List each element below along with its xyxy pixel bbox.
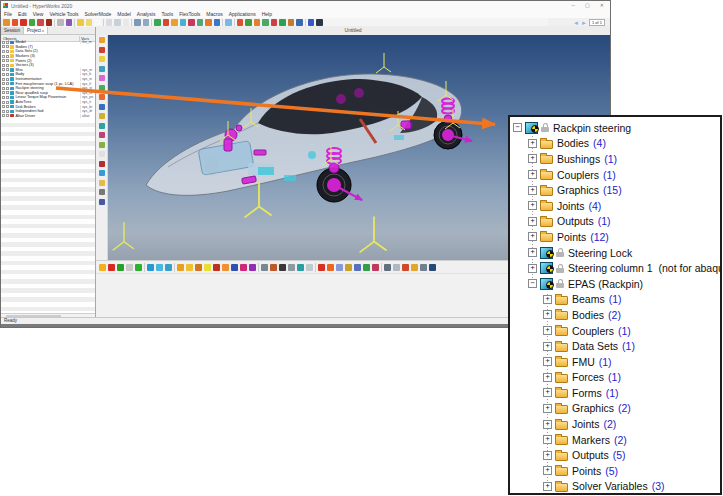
- toolbar-icon[interactable]: [258, 263, 259, 272]
- expand-icon[interactable]: [2, 96, 5, 99]
- browser-row[interactable]: Model the_m: [1, 40, 95, 45]
- toolbar-icon[interactable]: [336, 264, 343, 271]
- tab-project[interactable]: Project x: [24, 27, 48, 34]
- menu-item[interactable]: Analysis: [137, 11, 156, 17]
- checkbox[interactable]: [6, 59, 9, 62]
- expand-icon[interactable]: [2, 50, 5, 53]
- toolbar-icon[interactable]: [354, 264, 361, 271]
- toolbar-icon[interactable]: [99, 151, 105, 157]
- expand-toggle-icon[interactable]: +: [543, 420, 552, 429]
- toolbar-icon[interactable]: [57, 19, 64, 26]
- page-next-icon[interactable]: ►: [581, 20, 587, 26]
- expand-toggle-icon[interactable]: +: [543, 342, 552, 351]
- toolbar-icon[interactable]: [384, 264, 391, 271]
- close-icon[interactable]: ✕: [600, 2, 604, 8]
- toolbar-icon[interactable]: [363, 264, 370, 271]
- toolbar-icon[interactable]: [327, 264, 334, 271]
- toolbar-icon[interactable]: [99, 94, 105, 100]
- toolbar-icon[interactable]: [99, 47, 105, 53]
- expand-icon[interactable]: [2, 87, 5, 90]
- toolbar-icon[interactable]: [123, 19, 130, 26]
- browser-row[interactable]: Rear quadlink susp sys_re: [1, 91, 95, 96]
- expand-toggle-icon[interactable]: +: [528, 139, 537, 148]
- toolbar-icon[interactable]: [254, 19, 261, 26]
- toolbar-icon[interactable]: [46, 19, 53, 26]
- browser-row[interactable]: Disk Brakes sys_br: [1, 104, 95, 109]
- expand-toggle-icon[interactable]: +: [528, 201, 537, 210]
- toolbar-icon[interactable]: [94, 19, 101, 26]
- expand-toggle-icon[interactable]: +: [543, 326, 552, 335]
- toolbar-icon[interactable]: [99, 123, 105, 129]
- tree-row[interactable]: + Points (12): [510, 229, 720, 245]
- tree-row[interactable]: + Graphics (15): [510, 182, 720, 198]
- menu-item[interactable]: Tools: [161, 11, 173, 17]
- menu-item[interactable]: Help: [262, 11, 272, 17]
- expand-icon[interactable]: [2, 101, 5, 104]
- toolbar-icon[interactable]: [195, 264, 202, 271]
- tree-row[interactable]: + Data Sets (1): [510, 338, 720, 354]
- expand-toggle-icon[interactable]: +: [543, 482, 552, 491]
- toolbar-icon[interactable]: [99, 264, 106, 271]
- toolbar-icon[interactable]: [99, 189, 105, 195]
- toolbar-icon[interactable]: [402, 264, 409, 271]
- maximize-icon[interactable]: ▢: [585, 2, 590, 8]
- toolbar-icon[interactable]: [165, 264, 172, 271]
- expand-icon[interactable]: [2, 64, 5, 67]
- toolbar-icon[interactable]: [106, 19, 113, 26]
- toolbar-icon[interactable]: [316, 19, 323, 26]
- page-prev-icon[interactable]: ◄: [573, 20, 579, 26]
- toolbar-icon[interactable]: [117, 264, 124, 271]
- expand-icon[interactable]: [2, 41, 5, 44]
- browser-row[interactable]: AutoTires sys_ti: [1, 100, 95, 105]
- toolbar-icon[interactable]: [205, 19, 212, 26]
- checkbox[interactable]: [6, 96, 9, 99]
- toolbar-icon[interactable]: [318, 264, 325, 271]
- tree-row[interactable]: + Couplers (1): [510, 167, 720, 183]
- toolbar-icon[interactable]: [345, 264, 352, 271]
- checkbox[interactable]: [6, 87, 9, 90]
- expand-toggle-icon[interactable]: +: [543, 295, 552, 304]
- expand-icon[interactable]: [2, 45, 5, 48]
- toolbar-icon[interactable]: [99, 37, 105, 43]
- checkbox[interactable]: [6, 41, 9, 44]
- checkbox[interactable]: [6, 55, 9, 58]
- toolbar-icon[interactable]: [135, 264, 142, 271]
- menu-item[interactable]: View: [33, 11, 44, 17]
- tree-row[interactable]: + Bushings (1): [510, 151, 720, 167]
- tree-row[interactable]: + Forces (1): [510, 370, 720, 386]
- toolbar-icon[interactable]: [99, 199, 105, 205]
- browser-row[interactable]: Body sys_b: [1, 72, 95, 77]
- toolbar-icon[interactable]: [108, 264, 115, 271]
- menu-item[interactable]: Vehicle Tools: [49, 11, 78, 17]
- toolbar-icon[interactable]: [3, 19, 10, 26]
- toolbar-icon[interactable]: [99, 85, 105, 91]
- toolbar-icon[interactable]: [174, 263, 175, 272]
- expand-icon[interactable]: [2, 55, 5, 58]
- toolbar-icon[interactable]: [163, 19, 170, 26]
- toolbar-icon[interactable]: [99, 75, 105, 81]
- toolbar-icon[interactable]: [315, 263, 316, 272]
- expand-icon[interactable]: [2, 114, 5, 117]
- tree-row[interactable]: + Joints (4): [510, 198, 720, 214]
- toolbar-icon[interactable]: [288, 19, 295, 26]
- toolbar-icon[interactable]: [29, 19, 36, 26]
- expand-icon[interactable]: [2, 82, 5, 85]
- toolbar-icon[interactable]: [77, 19, 84, 26]
- tree-row[interactable]: + Outputs (1): [510, 214, 720, 230]
- browser-row[interactable]: Instrumentation sys_in: [1, 77, 95, 82]
- tree-row[interactable]: + FMU (1): [510, 354, 720, 370]
- expand-icon[interactable]: [2, 78, 5, 81]
- expand-toggle-icon[interactable]: +: [528, 154, 537, 163]
- tree-row[interactable]: + Outputs (5): [510, 447, 720, 463]
- tab-session[interactable]: Session: [1, 27, 24, 34]
- toolbar-icon[interactable]: [99, 104, 105, 110]
- toolbar-icon[interactable]: [54, 19, 55, 27]
- toolbar-icon[interactable]: [114, 19, 121, 26]
- toolbar-icon[interactable]: [372, 264, 379, 271]
- expand-toggle-icon[interactable]: −: [528, 279, 537, 288]
- tree-row[interactable]: + Steering Lock: [510, 245, 720, 261]
- expand-toggle-icon[interactable]: +: [543, 373, 552, 382]
- expand-toggle-icon[interactable]: +: [543, 357, 552, 366]
- expand-toggle-icon[interactable]: +: [543, 466, 552, 475]
- expand-toggle-icon[interactable]: +: [528, 232, 537, 241]
